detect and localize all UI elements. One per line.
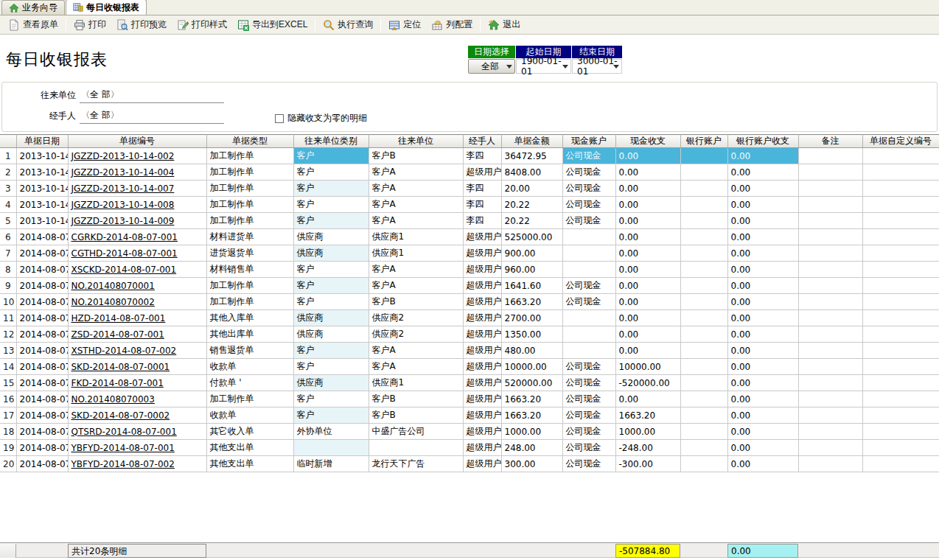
cell-doc-number[interactable]: SKD-2014-08-07-0001	[68, 359, 206, 375]
cell-cash-account[interactable]: 公司现金	[562, 197, 615, 213]
cell-custom-number[interactable]	[862, 181, 939, 197]
cell-doc-type[interactable]: 加工制作单	[206, 148, 293, 164]
cell-partner-category[interactable]: 供应商	[293, 229, 369, 245]
cell-handler[interactable]: 超级用户	[463, 375, 501, 391]
cell-partner[interactable]: 客户B	[369, 391, 463, 407]
cell-doc-type[interactable]: 其他入库单	[206, 310, 293, 326]
cell-bank-flow[interactable]: 0.00	[727, 181, 798, 197]
cell-doc-date[interactable]: 2014-08-07	[16, 440, 68, 456]
cell-doc-date[interactable]: 2013-10-14	[16, 164, 68, 181]
column-config-button[interactable]: 列配置	[426, 16, 478, 33]
cell-cash-flow[interactable]: 1663.20	[615, 407, 680, 424]
cell-cash-account[interactable]: 公司现金	[562, 148, 615, 164]
cell-handler[interactable]: 超级用户	[463, 391, 501, 407]
cell-bank-flow[interactable]: 0.00	[727, 407, 798, 424]
cell-custom-number[interactable]	[862, 440, 939, 456]
cell-partner-category[interactable]: 客户	[293, 197, 369, 213]
cell-amount[interactable]: 900.00	[501, 245, 562, 262]
cell-doc-date[interactable]: 2014-08-07	[16, 343, 68, 359]
cell-note[interactable]	[798, 213, 862, 229]
cell-cash-account[interactable]: 公司现金	[562, 456, 615, 472]
cell-cash-flow[interactable]: 0.00	[615, 213, 680, 229]
print-preview-button[interactable]: 打印预览	[111, 16, 172, 33]
cell-partner-category[interactable]: 客户	[293, 343, 369, 359]
cell-partner[interactable]: 客户A	[369, 164, 463, 181]
cell-doc-date[interactable]: 2014-08-07	[16, 229, 68, 245]
cell-note[interactable]	[798, 262, 862, 278]
cell-partner[interactable]: 供应商1	[369, 229, 463, 245]
cell-partner[interactable]: 供应商1	[369, 375, 463, 391]
cell-custom-number[interactable]	[862, 375, 939, 391]
cell-cash-account[interactable]: 公司现金	[562, 440, 615, 456]
cell-doc-number[interactable]: XSCKD-2014-08-07-001	[68, 262, 206, 278]
cell-doc-type[interactable]: 加工制作单	[206, 278, 293, 294]
cell-custom-number[interactable]	[862, 197, 939, 213]
cell-bank-account[interactable]	[680, 164, 727, 181]
cell-amount[interactable]: 1663.20	[501, 294, 562, 310]
cell-cash-flow[interactable]: 0.00	[615, 294, 680, 310]
cell-cash-account[interactable]: 公司现金	[562, 294, 615, 310]
col-header-cash-flow[interactable]: 现金收支	[615, 135, 680, 148]
cell-doc-date[interactable]: 2014-08-07	[16, 375, 68, 391]
col-header-bank-account[interactable]: 银行账户	[680, 135, 727, 148]
cell-amount[interactable]: 248.00	[501, 440, 562, 456]
cell-custom-number[interactable]	[862, 456, 939, 472]
cell-note[interactable]	[798, 197, 862, 213]
cell-handler[interactable]: 超级用户	[463, 262, 501, 278]
cell-partner-category[interactable]: 客户	[293, 407, 369, 424]
cell-cash-flow[interactable]: 0.00	[615, 310, 680, 326]
cell-custom-number[interactable]	[862, 424, 939, 440]
cell-partner[interactable]: 中盛广告公司	[369, 424, 463, 440]
cell-doc-type[interactable]: 材料进货单	[206, 229, 293, 245]
cell-custom-number[interactable]	[862, 294, 939, 310]
cell-custom-number[interactable]	[862, 148, 939, 164]
cell-handler[interactable]: 超级用户	[463, 164, 501, 181]
cell-bank-account[interactable]	[680, 278, 727, 294]
cell-doc-type[interactable]: 其他支出单	[206, 456, 293, 472]
cell-note[interactable]	[798, 181, 862, 197]
cell-bank-account[interactable]	[680, 375, 727, 391]
cell-amount[interactable]: 1663.20	[501, 407, 562, 424]
cell-amount[interactable]: 20.22	[501, 213, 562, 229]
cell-amount[interactable]: 520000.00	[501, 375, 562, 391]
cell-note[interactable]	[798, 407, 862, 424]
cell-bank-flow[interactable]: 0.00	[727, 440, 798, 456]
cell-amount[interactable]: 2700.00	[501, 310, 562, 326]
cell-note[interactable]	[798, 375, 862, 391]
cell-cash-flow[interactable]: 0.00	[615, 245, 680, 262]
cell-partner-category[interactable]: 临时新增	[293, 456, 369, 472]
cell-amount[interactable]: 1663.20	[501, 391, 562, 407]
cell-doc-number[interactable]: JGZZD-2013-10-14-002	[68, 148, 206, 164]
partner-filter-field[interactable]: 〈全 部〉	[80, 88, 224, 103]
cell-cash-account[interactable]: 公司现金	[562, 278, 615, 294]
cell-handler[interactable]: 超级用户	[463, 424, 501, 440]
cell-amount[interactable]: 300.00	[501, 456, 562, 472]
cell-amount[interactable]: 10000.00	[501, 359, 562, 375]
cell-doc-number[interactable]: ZSD-2014-08-07-001	[68, 326, 206, 343]
cell-note[interactable]	[798, 391, 862, 407]
cell-partner[interactable]: 客户A	[369, 359, 463, 375]
cell-cash-flow[interactable]: 0.00	[615, 326, 680, 343]
cell-bank-account[interactable]	[680, 262, 727, 278]
cell-bank-flow[interactable]: 0.00	[727, 278, 798, 294]
cell-partner-category[interactable]: 供应商	[293, 245, 369, 262]
cell-partner[interactable]: 龙行天下广告	[369, 456, 463, 472]
cell-bank-account[interactable]	[680, 197, 727, 213]
cell-note[interactable]	[798, 245, 862, 262]
cell-doc-date[interactable]: 2013-10-14	[16, 197, 68, 213]
col-header-doc-number[interactable]: 单据编号	[68, 135, 206, 148]
locate-button[interactable]: 定位	[383, 16, 426, 33]
cell-partner-category[interactable]: 客户	[293, 164, 369, 181]
view-original-button[interactable]: 查看原单	[3, 16, 63, 33]
cell-cash-account[interactable]: 公司现金	[562, 424, 615, 440]
cell-bank-account[interactable]	[680, 391, 727, 407]
cell-amount[interactable]: 20.00	[501, 181, 562, 197]
cell-partner-category[interactable]: 客户	[293, 213, 369, 229]
cell-amount[interactable]: 20.22	[501, 197, 562, 213]
cell-handler[interactable]: 超级用户	[463, 343, 501, 359]
cell-custom-number[interactable]	[862, 359, 939, 375]
cell-partner[interactable]	[369, 440, 463, 456]
cell-custom-number[interactable]	[862, 326, 939, 343]
cell-partner[interactable]: 供应商2	[369, 310, 463, 326]
cell-partner-category[interactable]: 客户	[293, 278, 369, 294]
